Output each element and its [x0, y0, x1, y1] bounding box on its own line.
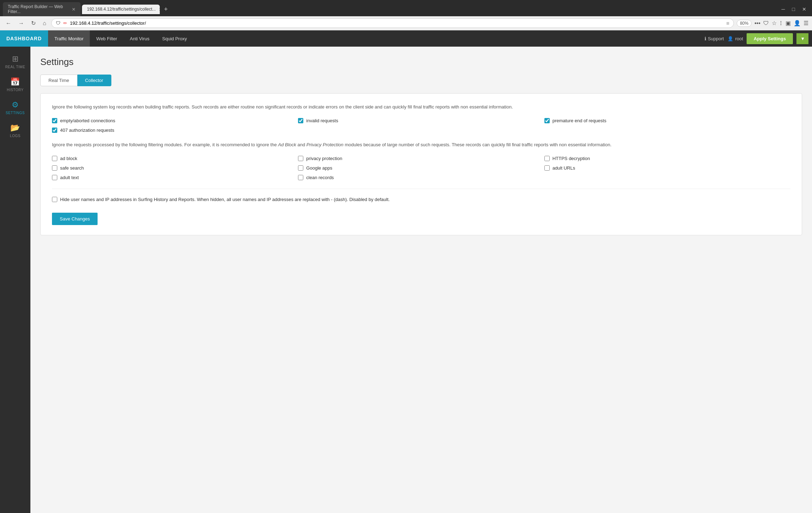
tab-realtime[interactable]: Real Time [40, 75, 77, 86]
nav-web-filter[interactable]: Web Filter [90, 30, 123, 47]
support-button[interactable]: ℹ Support [705, 36, 724, 41]
tab-bar: Traffic Report Builder — Web Filter... ✕… [0, 0, 812, 16]
nav-traffic-monitor[interactable]: Traffic Monitor [48, 30, 90, 47]
checkbox-adult-urls-input[interactable] [544, 165, 550, 171]
desc2-mid: and [296, 142, 306, 147]
checkbox-google-apps-input[interactable] [298, 165, 303, 171]
checkbox-407-auth[interactable]: 407 authorization requests [52, 128, 298, 133]
browser-tab-2[interactable]: 192.168.4.12/traffic/settings/collect...… [82, 5, 160, 14]
checkbox-privacy-protection[interactable]: privacy protection [298, 156, 544, 161]
checkbox-clean-records-input[interactable] [298, 175, 303, 180]
desc2-suffix: modules because of large number of such … [344, 142, 612, 147]
user-avatar-icon: 👤 [728, 36, 733, 41]
info-icon: ℹ [705, 36, 706, 41]
apply-settings-button[interactable]: Apply Settings [747, 33, 793, 44]
checkbox-https-decryption[interactable]: HTTPS decryption [544, 156, 790, 161]
settings-tabs: Real Time Collector [40, 75, 802, 86]
close-window-button[interactable]: ✕ [799, 6, 809, 12]
checkbox-empty-aborted[interactable]: empty/aborted connections [52, 118, 298, 123]
forward-button[interactable]: → [16, 19, 26, 28]
maximize-button[interactable]: □ [789, 6, 798, 12]
hide-usernames-section: Hide user names and IP addresses in Surf… [52, 196, 790, 203]
sidebar-item-logs[interactable]: 📂 LOGS [0, 119, 30, 142]
nav-squid-proxy[interactable]: Squid Proxy [156, 30, 193, 47]
save-changes-button[interactable]: Save Changes [52, 213, 98, 225]
nav-anti-virus[interactable]: Anti Virus [123, 30, 156, 47]
shield-extra-icon: 🛡 [763, 20, 769, 26]
reload-button[interactable]: ↻ [29, 18, 38, 28]
checkbox-safe-search[interactable]: safe search [52, 165, 298, 171]
checkbox-invalid-requests-label: invalid requests [306, 118, 338, 123]
history-icon: 📅 [10, 77, 20, 87]
checkbox-https-decryption-label: HTTPS decryption [553, 156, 590, 161]
sidebar-item-settings-label: SETTINGS [6, 111, 25, 115]
tab-close-2[interactable]: ✕ [159, 7, 163, 12]
nav-squid-proxy-label: Squid Proxy [162, 36, 187, 41]
address-bar: 🛡 ✏ ≡ [51, 18, 734, 28]
page-title: Settings [40, 57, 802, 67]
nav-traffic-monitor-label: Traffic Monitor [54, 36, 83, 41]
back-button[interactable]: ← [4, 19, 13, 28]
checkbox-clean-records[interactable]: clean records [298, 175, 544, 180]
checkbox-407-auth-input[interactable] [52, 128, 57, 133]
minimize-button[interactable]: ─ [779, 6, 788, 12]
settings-card: Ignore the following system log records … [40, 93, 802, 235]
checkbox-empty-aborted-input[interactable] [52, 118, 57, 123]
tab-close-1[interactable]: ✕ [72, 7, 76, 12]
sidebar-item-history[interactable]: 📅 HISTORY [0, 73, 30, 96]
sidebar-item-logs-label: LOGS [10, 134, 21, 138]
toolbar-icons: ••• 🛡 ☆ ⫶ ▣ 👤 ☰ [754, 19, 808, 27]
sidebar-toggle-icon[interactable]: ▣ [785, 20, 791, 26]
description-filtering-modules: Ignore the requests processed by the fol… [52, 141, 790, 149]
tab-collector[interactable]: Collector [77, 75, 111, 86]
checkbox-ad-block[interactable]: ad block [52, 156, 298, 161]
new-tab-button[interactable]: + [161, 4, 171, 14]
header-right: ℹ Support 👤 root Apply Settings ▼ [705, 33, 812, 44]
divider [52, 189, 790, 189]
checkbox-adult-text[interactable]: adult text [52, 175, 298, 180]
checkbox-https-decryption-input[interactable] [544, 156, 550, 161]
reader-view-icon: ≡ [726, 20, 729, 26]
tab-title-2: 192.168.4.12/traffic/settings/collect... [87, 7, 156, 12]
logs-icon: 📂 [10, 123, 20, 132]
sidebar-item-settings[interactable]: ⚙ SETTINGS [0, 96, 30, 119]
nav-web-filter-label: Web Filter [96, 36, 117, 41]
user-icon[interactable]: 👤 [794, 20, 801, 26]
sidebar-item-realtime-label: REAL TIME [5, 65, 25, 69]
home-button[interactable]: ⌂ [41, 19, 48, 28]
checkbox-safe-search-input[interactable] [52, 165, 57, 171]
browser-tab-1[interactable]: Traffic Report Builder — Web Filter... ✕ [3, 2, 81, 16]
checkbox-empty-aborted-label: empty/aborted connections [60, 118, 115, 123]
checkbox-hide-usernames-input[interactable] [52, 197, 57, 202]
sidebar-item-realtime[interactable]: ⊞ REAL TIME [0, 50, 30, 73]
dashboard-logo[interactable]: DASHBOARD [0, 30, 48, 47]
description-system-log: Ignore the following system log records … [52, 104, 790, 111]
checkbox-invalid-requests[interactable]: invalid requests [298, 118, 544, 123]
checkbox-premature-end[interactable]: premature end of requests [544, 118, 790, 123]
checkbox-hide-usernames-label: Hide user names and IP addresses in Surf… [60, 196, 390, 203]
shield-icon: 🛡 [56, 20, 60, 26]
tab-title-1: Traffic Report Builder — Web Filter... [8, 4, 69, 14]
address-input[interactable] [70, 20, 724, 26]
more-button[interactable]: ••• [754, 20, 760, 26]
library-icon: ⫶ [779, 19, 783, 27]
browser-chrome: Traffic Report Builder — Web Filter... ✕… [0, 0, 812, 30]
checkbox-adult-urls[interactable]: adult URLs [544, 165, 790, 171]
app-header: DASHBOARD Traffic Monitor Web Filter Ant… [0, 30, 812, 47]
checkbox-premature-end-input[interactable] [544, 118, 550, 123]
checkbox-ad-block-label: ad block [60, 156, 77, 161]
zoom-level: 80% [737, 20, 752, 27]
bookmark-icon[interactable]: ☆ [772, 20, 777, 26]
main-content: Settings Real Time Collector Ignore the … [30, 47, 812, 513]
checkbox-adult-text-input[interactable] [52, 175, 57, 180]
checkbox-407-auth-label: 407 authorization requests [60, 128, 114, 133]
checkbox-adult-urls-label: adult URLs [553, 165, 575, 171]
checkbox-google-apps[interactable]: Google apps [298, 165, 544, 171]
apply-settings-dropdown[interactable]: ▼ [796, 33, 808, 44]
checkbox-invalid-requests-input[interactable] [298, 118, 303, 123]
checkbox-privacy-protection-input[interactable] [298, 156, 303, 161]
menu-icon[interactable]: ☰ [804, 20, 808, 26]
checkbox-ad-block-input[interactable] [52, 156, 57, 161]
user-info[interactable]: 👤 root [728, 36, 743, 41]
checkbox-group-2: ad block privacy protection HTTPS decryp… [52, 156, 790, 180]
